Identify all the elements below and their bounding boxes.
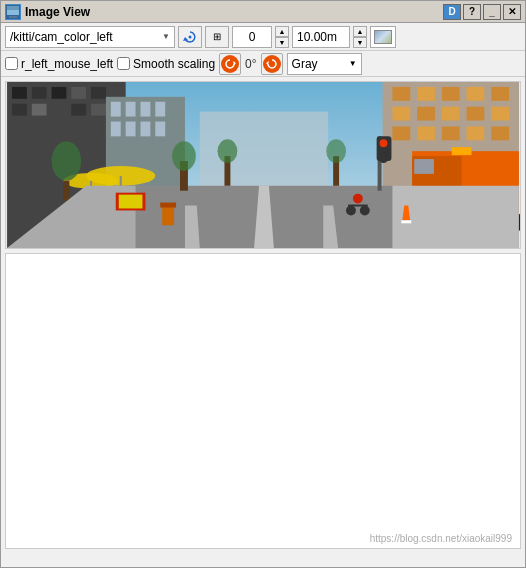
svg-point-76 xyxy=(360,206,370,216)
svg-point-71 xyxy=(380,148,388,156)
scale-text: 10.00m xyxy=(297,30,337,44)
watermark-text: https://blog.csdn.net/xiaokail999 xyxy=(370,533,512,544)
close-button[interactable]: ✕ xyxy=(503,4,521,20)
minimize-button[interactable]: _ xyxy=(483,4,501,20)
svg-marker-4 xyxy=(183,37,188,41)
svg-rect-87 xyxy=(162,206,174,226)
path-value: /kitti/cam_color_left xyxy=(10,30,162,44)
svg-rect-44 xyxy=(442,107,460,121)
svg-rect-43 xyxy=(417,107,435,121)
app-icon xyxy=(5,4,21,20)
smooth-scaling-checkbox-label[interactable]: Smooth scaling xyxy=(117,57,215,71)
svg-point-84 xyxy=(326,139,346,163)
frame-down-button[interactable]: ▼ xyxy=(275,37,289,48)
svg-rect-54 xyxy=(414,159,434,174)
scale-spin: ▲ ▼ xyxy=(353,26,367,48)
title-bar: Image View D ? _ ✕ xyxy=(1,1,525,23)
svg-rect-28 xyxy=(140,122,150,137)
reset-rotation-button[interactable] xyxy=(219,53,241,75)
svg-rect-35 xyxy=(63,181,69,201)
svg-rect-13 xyxy=(52,87,67,99)
svg-rect-11 xyxy=(12,87,27,99)
scale-up-button[interactable]: ▲ xyxy=(353,26,367,37)
svg-rect-17 xyxy=(32,104,47,116)
svg-marker-67 xyxy=(392,186,518,248)
path-dropdown[interactable]: /kitti/cam_color_left ▼ xyxy=(5,26,175,48)
image-display[interactable] xyxy=(5,81,521,249)
frame-number-input[interactable] xyxy=(232,26,272,48)
colormap-arrow-icon: ▼ xyxy=(349,59,357,68)
image-icon xyxy=(374,30,392,44)
svg-rect-47 xyxy=(392,126,410,140)
toolbar-row1: /kitti/cam_color_left ▼ ⊞ ▲ ▼ 10.00m ▲ ▼ xyxy=(1,23,525,51)
svg-point-72 xyxy=(380,155,388,163)
toolbar-row2: r_left_mouse_left Smooth scaling 0° Gray… xyxy=(1,51,525,77)
svg-rect-46 xyxy=(491,107,509,121)
svg-point-75 xyxy=(346,206,356,216)
rotate-icon xyxy=(263,55,281,73)
svg-rect-37 xyxy=(392,87,410,101)
image-options-button[interactable] xyxy=(370,26,396,48)
colormap-value: Gray xyxy=(292,57,349,71)
svg-point-70 xyxy=(380,139,388,147)
refresh-icon xyxy=(183,30,197,44)
svg-rect-18 xyxy=(52,104,67,116)
smooth-scaling-checkbox[interactable] xyxy=(117,57,130,70)
svg-point-5 xyxy=(189,35,192,38)
svg-rect-24 xyxy=(140,102,150,117)
svg-rect-78 xyxy=(401,220,411,223)
mouse-mode-checkbox[interactable] xyxy=(5,57,18,70)
svg-rect-50 xyxy=(467,126,485,140)
svg-rect-3 xyxy=(9,16,17,18)
svg-rect-27 xyxy=(126,122,136,137)
svg-rect-20 xyxy=(91,104,106,116)
degree-value: 0° xyxy=(245,57,256,71)
colormap-dropdown[interactable]: Gray ▼ xyxy=(287,53,362,75)
svg-point-80 xyxy=(172,141,196,171)
svg-rect-38 xyxy=(417,87,435,101)
street-scene-svg xyxy=(6,82,520,248)
smooth-scaling-label: Smooth scaling xyxy=(133,57,215,71)
svg-rect-40 xyxy=(467,87,485,101)
scale-value-display: 10.00m xyxy=(292,26,350,48)
scale-down-button[interactable]: ▼ xyxy=(353,37,367,48)
svg-rect-42 xyxy=(392,107,410,121)
svg-rect-39 xyxy=(442,87,460,101)
svg-rect-49 xyxy=(442,126,460,140)
frame-spin: ▲ ▼ xyxy=(275,26,289,48)
svg-point-34 xyxy=(52,141,82,181)
svg-rect-48 xyxy=(417,126,435,140)
rotate-button[interactable] xyxy=(261,53,283,75)
svg-rect-22 xyxy=(111,102,121,117)
refresh-button[interactable] xyxy=(178,26,202,48)
svg-rect-41 xyxy=(491,87,509,101)
frame-button[interactable]: ⊞ xyxy=(205,26,229,48)
svg-point-73 xyxy=(353,194,363,204)
d-button[interactable]: D xyxy=(443,4,461,20)
svg-rect-19 xyxy=(71,104,86,116)
dropdown-arrow-icon: ▼ xyxy=(162,32,170,41)
help-button[interactable]: ? xyxy=(463,4,481,20)
window-title: Image View xyxy=(25,5,443,19)
svg-rect-2 xyxy=(7,6,19,10)
frame-icon: ⊞ xyxy=(213,31,221,42)
reset-icon xyxy=(221,55,239,73)
frame-up-button[interactable]: ▲ xyxy=(275,26,289,37)
svg-rect-12 xyxy=(32,87,47,99)
svg-rect-55 xyxy=(452,147,472,155)
mouse-mode-checkbox-label[interactable]: r_left_mouse_left xyxy=(5,57,113,71)
svg-rect-86 xyxy=(119,195,143,209)
svg-rect-16 xyxy=(12,104,27,116)
svg-rect-25 xyxy=(155,102,165,117)
svg-rect-88 xyxy=(160,203,176,208)
svg-rect-45 xyxy=(467,107,485,121)
svg-rect-26 xyxy=(111,122,121,137)
svg-rect-29 xyxy=(155,122,165,137)
svg-rect-15 xyxy=(91,87,106,99)
mouse-mode-label: r_left_mouse_left xyxy=(21,57,113,71)
svg-rect-14 xyxy=(71,87,86,99)
svg-rect-51 xyxy=(491,126,509,140)
window-controls: D ? _ ✕ xyxy=(443,4,521,20)
svg-point-82 xyxy=(218,139,238,163)
content-area: https://blog.csdn.net/xiaokail999 xyxy=(5,253,521,549)
